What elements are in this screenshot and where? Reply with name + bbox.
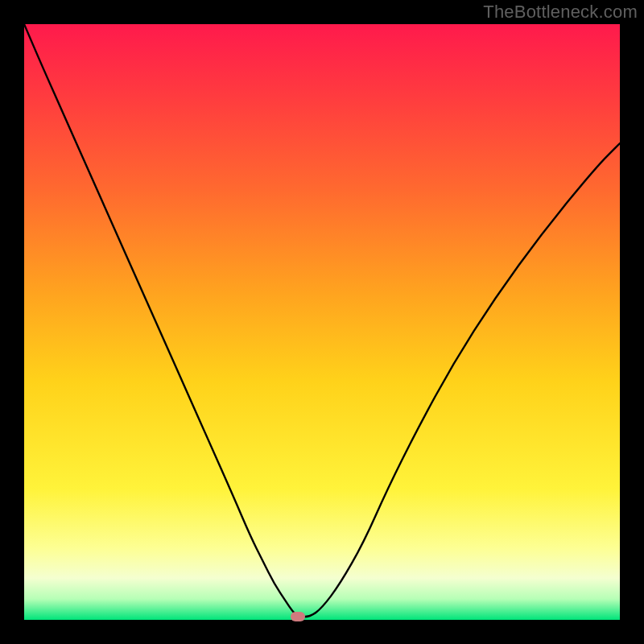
gradient-rect [24, 24, 620, 620]
watermark-text: TheBottleneck.com [483, 2, 638, 23]
chart-frame: TheBottleneck.com [0, 0, 644, 644]
plot-area [24, 24, 620, 620]
optimum-marker [291, 612, 305, 621]
chart-svg [24, 24, 620, 620]
